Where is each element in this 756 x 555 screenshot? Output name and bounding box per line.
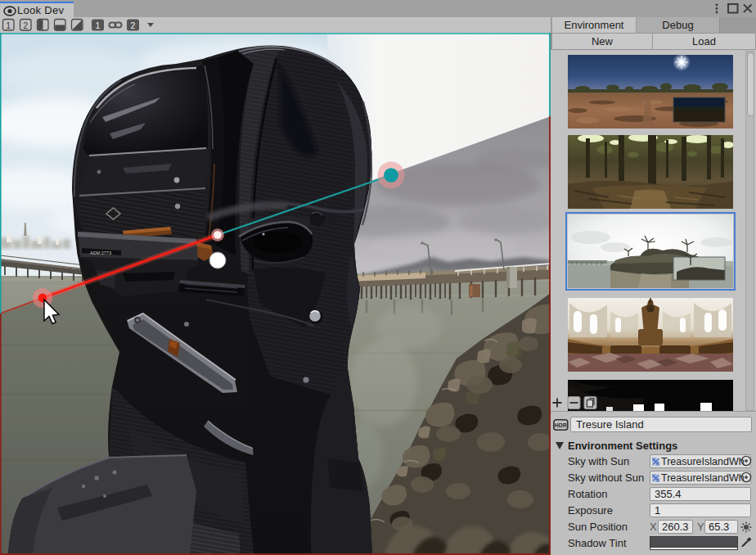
svg-text:2: 2	[131, 20, 136, 30]
svg-text:HDR: HDR	[555, 422, 567, 428]
svg-text:ADM 2773: ADM 2773	[90, 250, 111, 255]
svg-text:1: 1	[6, 20, 11, 30]
svg-text:2: 2	[23, 20, 28, 30]
svg-text:1: 1	[96, 20, 101, 30]
